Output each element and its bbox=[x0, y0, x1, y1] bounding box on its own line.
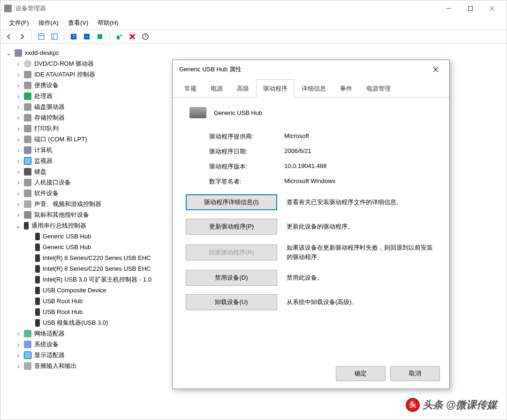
forward-button[interactable] bbox=[16, 31, 28, 42]
action-disable: 禁用设备(D) 禁用此设备。 bbox=[186, 270, 436, 286]
chevron-icon[interactable] bbox=[15, 169, 21, 175]
usb-icon bbox=[35, 298, 40, 305]
tab-power[interactable]: 电源 bbox=[204, 79, 230, 98]
chevron-icon[interactable] bbox=[15, 180, 21, 185]
svg-rect-12 bbox=[117, 36, 120, 39]
ok-button[interactable]: 确定 bbox=[336, 366, 386, 381]
chevron-icon[interactable] bbox=[15, 363, 21, 369]
category-icon bbox=[24, 71, 31, 78]
category-icon bbox=[24, 114, 31, 122]
device-label: Intel(R) 8 Series/C220 Series USB EHC bbox=[43, 265, 151, 272]
tab-power-mgmt[interactable]: 电源管理 bbox=[359, 79, 398, 98]
update-driver-button[interactable]: 更新驱动程序(P) bbox=[186, 219, 277, 235]
usb-icon bbox=[35, 308, 40, 316]
tab-advanced[interactable]: 高级 bbox=[230, 79, 256, 98]
device-label: Intel(R) USB 3.0 可扩展主机控制器 - 1.0 bbox=[43, 275, 151, 284]
maximize-button[interactable] bbox=[460, 1, 481, 15]
chevron-icon[interactable] bbox=[15, 104, 21, 110]
device-label: USB 根集线器(USB 3.0) bbox=[43, 319, 108, 327]
menu-view[interactable]: 查看(V) bbox=[63, 17, 93, 29]
category-label: 存储控制器 bbox=[34, 114, 65, 122]
category-label: IDE ATA/ATAPI 控制器 bbox=[34, 70, 95, 79]
enable-button[interactable] bbox=[114, 31, 125, 42]
menu-file[interactable]: 文件(F) bbox=[4, 17, 34, 29]
scan-button[interactable] bbox=[81, 31, 92, 42]
window-title: 设备管理器 bbox=[15, 4, 438, 13]
watermark-text: @微课传媒 bbox=[446, 398, 497, 412]
window-buttons bbox=[438, 1, 503, 15]
menu-help[interactable]: 帮助(H) bbox=[93, 17, 123, 29]
uninstall-device-button[interactable]: 卸载设备(U) bbox=[186, 294, 277, 310]
uninstall-button[interactable] bbox=[127, 31, 138, 42]
device-label: Generic USB Hub bbox=[43, 233, 91, 240]
chevron-icon[interactable] bbox=[15, 61, 21, 67]
scan-hardware-button[interactable] bbox=[140, 31, 151, 42]
category-icon bbox=[24, 200, 31, 208]
category-icon bbox=[24, 136, 31, 143]
info-signer: 数字签名者: Microsoft Windows bbox=[186, 177, 436, 186]
chevron-icon[interactable] bbox=[15, 331, 21, 336]
dialog-close-button[interactable] bbox=[429, 62, 443, 76]
device-label: USB Root Hub bbox=[43, 308, 83, 315]
chevron-icon[interactable] bbox=[15, 115, 21, 121]
category-label: 通用串行总线控制器 bbox=[31, 221, 86, 230]
category-label: 系统设备 bbox=[34, 340, 59, 349]
chevron-icon[interactable] bbox=[15, 137, 21, 142]
category-icon bbox=[24, 103, 31, 111]
chevron-icon[interactable] bbox=[15, 342, 21, 347]
close-button[interactable] bbox=[481, 1, 503, 15]
chevron-down-icon[interactable] bbox=[6, 50, 12, 56]
device-label: USB Root Hub bbox=[43, 298, 83, 305]
watermark-prefix: 头条 bbox=[423, 398, 443, 412]
category-label: 软件设备 bbox=[34, 189, 59, 198]
chevron-icon[interactable] bbox=[15, 147, 21, 153]
disable-device-button[interactable]: 禁用设备(D) bbox=[186, 270, 277, 286]
action-details: 驱动程序详细信息(I) 查看有关已安装驱动程序文件的详细信息。 bbox=[186, 194, 436, 210]
chevron-icon[interactable] bbox=[15, 83, 21, 88]
dialog-body: Generic USB Hub 驱动程序提供商: Microsoft 驱动程序日… bbox=[173, 98, 449, 320]
chevron-icon[interactable] bbox=[15, 223, 21, 229]
watermark: 头 头条 @微课传媒 bbox=[406, 398, 497, 412]
help-button[interactable]: ? bbox=[68, 31, 79, 42]
chevron-icon[interactable] bbox=[15, 126, 21, 131]
separator bbox=[64, 32, 64, 41]
device-name: Generic USB Hub bbox=[214, 109, 262, 116]
tab-events[interactable]: 事件 bbox=[333, 79, 359, 98]
category-icon bbox=[24, 82, 31, 89]
category-label: 打印队列 bbox=[34, 124, 59, 133]
category-label: 端口 (COM 和 LPT) bbox=[34, 135, 87, 144]
category-icon bbox=[24, 362, 31, 370]
category-icon bbox=[24, 60, 31, 68]
update-driver-button[interactable] bbox=[94, 31, 106, 42]
date-value: 2006/6/21 bbox=[284, 147, 436, 156]
category-label: 显示适配器 bbox=[34, 351, 65, 359]
back-button[interactable] bbox=[3, 31, 15, 42]
cancel-button[interactable]: 取消 bbox=[390, 366, 440, 381]
show-hide-tree-button[interactable] bbox=[36, 31, 47, 42]
tab-details[interactable]: 详细信息 bbox=[295, 79, 333, 98]
chevron-icon[interactable] bbox=[15, 191, 21, 196]
version-label: 驱动程序版本: bbox=[209, 162, 284, 171]
chevron-icon[interactable] bbox=[15, 352, 21, 358]
driver-details-desc: 查看有关已安装驱动程序文件的详细信息。 bbox=[287, 198, 436, 207]
chevron-icon[interactable] bbox=[15, 93, 21, 99]
usb-icon bbox=[35, 265, 40, 273]
menu-action[interactable]: 操作(A) bbox=[34, 17, 63, 29]
chevron-icon[interactable] bbox=[15, 212, 21, 218]
category-icon bbox=[24, 341, 31, 348]
chevron-icon[interactable] bbox=[15, 72, 21, 77]
chevron-icon[interactable] bbox=[15, 201, 21, 207]
usb-icon bbox=[35, 319, 40, 327]
device-label: Generic USB Hub bbox=[43, 244, 91, 251]
tree-root[interactable]: xxdd-deskpc bbox=[6, 47, 501, 58]
tab-driver[interactable]: 驱动程序 bbox=[256, 79, 295, 98]
svg-rect-11 bbox=[98, 34, 102, 39]
device-label: Intel(R) 8 Series/C220 Series USB EHC bbox=[43, 254, 151, 261]
minimize-button[interactable] bbox=[438, 1, 460, 15]
tab-general[interactable]: 常规 bbox=[177, 79, 204, 98]
driver-details-button[interactable]: 驱动程序详细信息(I) bbox=[186, 194, 277, 210]
properties-button[interactable] bbox=[49, 31, 60, 42]
chevron-icon[interactable] bbox=[15, 158, 21, 164]
category-icon bbox=[24, 351, 31, 359]
rollback-driver-desc: 如果该设备在更新驱动程序时失败，则回退到以前安装的驱动程序。 bbox=[287, 243, 436, 261]
